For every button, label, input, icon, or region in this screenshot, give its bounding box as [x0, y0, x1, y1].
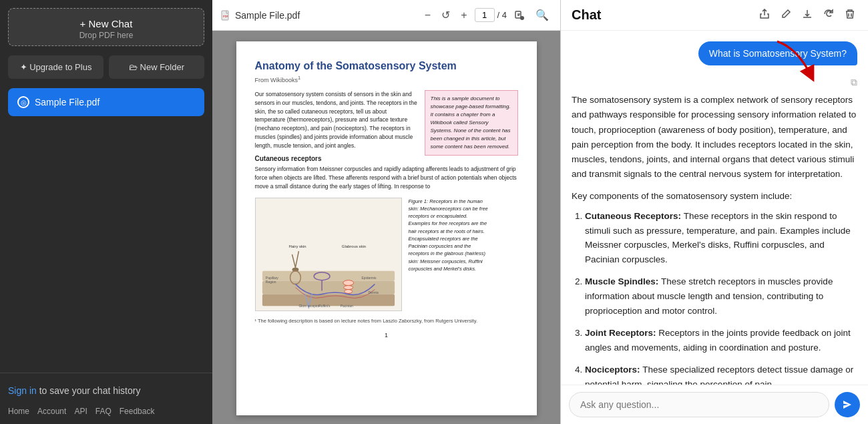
chat-download-button[interactable] — [800, 7, 815, 24]
key-components-label: Key components of the somatosensory syst… — [572, 189, 857, 204]
drop-pdf-label: Drop PDF here — [79, 31, 134, 40]
pdf-controls: − ↺ + / 4 🔍 — [421, 6, 552, 24]
file-icon: ◎ — [17, 96, 29, 108]
sidebar-bottom: Sign in to save your chat history Home A… — [0, 373, 212, 424]
svg-text:Epidermis: Epidermis — [361, 276, 376, 279]
svg-text:Pacinian: Pacinian — [340, 304, 353, 308]
pdf-file-icon: PDF — [220, 10, 231, 21]
sign-in-link[interactable]: Sign in — [8, 385, 37, 396]
copy-icon[interactable]: ⧉ — [851, 75, 857, 90]
new-chat-button[interactable]: + New Chat Drop PDF here — [8, 8, 204, 46]
component-1-name: Cutaneous Receptors: — [585, 211, 684, 221]
pdf-source: From Wikibooks1 — [255, 75, 518, 83]
component-3-name: Joint Receptors: — [585, 328, 658, 338]
component-item-4: Nociceptors: These specialized receptors… — [585, 363, 857, 385]
pdf-toolbar: PDF Sample File.pdf − ↺ + / 4 🔍 — [212, 0, 560, 31]
svg-text:Glabrous skin: Glabrous skin — [341, 244, 365, 248]
undo-button[interactable]: ↺ — [438, 6, 453, 24]
pdf-page-num: 1 — [255, 332, 518, 339]
component-4-name: Nociceptors: — [585, 365, 642, 375]
page-input[interactable] — [475, 8, 495, 22]
pdf-section1-text: Sensory information from Meissner corpus… — [255, 165, 518, 190]
svg-rect-2 — [515, 11, 521, 18]
pdf-section1-title: Cutaneous receptors — [255, 155, 518, 162]
svg-text:Glom receptor: Glom receptor — [298, 304, 320, 308]
footer-feedback[interactable]: Feedback — [120, 407, 155, 416]
user-message: What is Somatosensory System? — [572, 41, 857, 65]
pdf-scroll-area[interactable]: Anatomy of the Somatosensory System From… — [212, 31, 560, 424]
svg-text:Ruffini's: Ruffini's — [318, 304, 331, 308]
components-list: Cutaneous Receptors: These receptors in … — [572, 209, 857, 385]
sidebar: + New Chat Drop PDF here ✦ Upgrade to Pl… — [0, 0, 212, 424]
sidebar-action-buttons: ✦ Upgrade to Plus 🗁 New Folder — [8, 55, 204, 79]
component-item-3: Joint Receptors: Receptors in the joints… — [585, 326, 857, 355]
chat-header-icons — [757, 7, 857, 24]
chat-panel: Chat — [561, 0, 868, 424]
svg-point-16 — [344, 289, 352, 293]
chat-title: Chat — [572, 7, 601, 23]
component-2-name: Muscle Spindles: — [585, 276, 661, 286]
chat-messages[interactable]: What is Somatosensory System? ⧉ The soma… — [561, 31, 868, 385]
ai-message-header: ⧉ — [572, 75, 857, 90]
upgrade-button[interactable]: ✦ Upgrade to Plus — [8, 55, 103, 79]
svg-text:PDF: PDF — [223, 15, 229, 18]
page-indicator: / 4 — [475, 8, 507, 22]
component-item-1: Cutaneous Receptors: These receptors in … — [585, 209, 857, 266]
chat-refresh-button[interactable] — [821, 7, 836, 24]
sample-file-label: Sample File.pdf — [35, 97, 99, 108]
chat-edit-button[interactable] — [779, 7, 793, 24]
svg-point-3 — [520, 16, 524, 20]
annotate-button[interactable] — [511, 7, 528, 23]
svg-text:Region: Region — [265, 280, 276, 283]
send-icon — [842, 399, 853, 410]
user-bubble: What is Somatosensory System? — [698, 41, 857, 65]
component-item-2: Muscle Spindles: These stretch receptors… — [585, 274, 857, 318]
ai-message: ⧉ The somatosensory system is a complex … — [572, 75, 857, 385]
new-folder-button[interactable]: 🗁 New Folder — [109, 55, 204, 79]
pdf-filename: PDF Sample File.pdf — [220, 10, 300, 21]
sample-file-item[interactable]: ◎ Sample File.pdf — [8, 88, 204, 116]
svg-text:Hairy skin: Hairy skin — [288, 244, 306, 248]
svg-point-14 — [343, 280, 353, 285]
footer-faq[interactable]: FAQ — [95, 407, 112, 416]
chat-share-button[interactable] — [757, 7, 772, 24]
sign-in-text: to save your chat history — [39, 385, 141, 396]
pdf-title: Anatomy of the Somatosensory System — [255, 60, 518, 72]
pdf-page: Anatomy of the Somatosensory System From… — [236, 41, 537, 415]
svg-text:Dermis: Dermis — [368, 291, 379, 294]
figure-area: Hairy skin Glabrous skin Papillary Regio… — [255, 198, 518, 311]
sign-in-bar: Sign in to save your chat history — [8, 381, 204, 400]
chat-send-button[interactable] — [835, 392, 860, 417]
footer-api[interactable]: API — [74, 407, 87, 416]
anatomy-diagram: Hairy skin Glabrous skin Papillary Regio… — [256, 198, 401, 311]
chat-delete-button[interactable] — [843, 7, 857, 24]
search-button[interactable]: 🔍 — [532, 6, 552, 24]
chat-header: Chat — [561, 0, 868, 31]
figure-caption: Figure 1: Receptors in the human skin: M… — [409, 198, 489, 273]
svg-text:Papillary: Papillary — [265, 276, 278, 279]
footer-home[interactable]: Home — [8, 407, 29, 416]
svg-point-15 — [343, 285, 353, 289]
pdf-viewer: PDF Sample File.pdf − ↺ + / 4 🔍 — [212, 0, 561, 424]
pdf-pink-box: This is a sample document to showcase pa… — [425, 90, 518, 156]
user-message-container: What is Somatosensory System? — [572, 41, 857, 65]
chat-input[interactable] — [569, 392, 829, 417]
figure-image: Hairy skin Glabrous skin Papillary Regio… — [255, 198, 402, 311]
pdf-footnote: ¹ The following description is based on … — [255, 318, 518, 324]
new-chat-label: + New Chat — [80, 18, 133, 29]
footer-account[interactable]: Account — [37, 407, 66, 416]
zoom-out-button[interactable]: − — [421, 7, 434, 24]
zoom-in-button[interactable]: + — [457, 7, 470, 24]
footer-links: Home Account API FAQ Feedback — [8, 407, 204, 416]
ai-response-intro: The somatosensory system is a complex ne… — [572, 93, 857, 182]
page-separator: / 4 — [497, 10, 507, 20]
chat-input-area — [561, 385, 868, 424]
